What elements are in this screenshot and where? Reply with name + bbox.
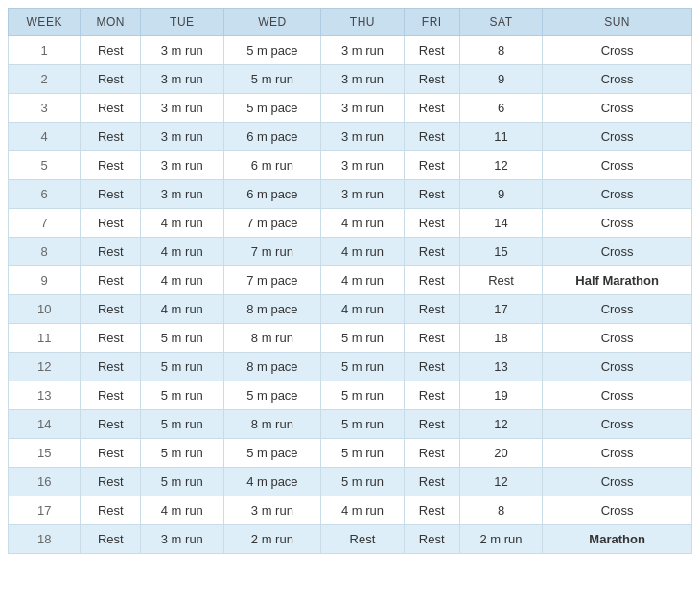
table-cell: Rest: [81, 65, 141, 94]
table-cell: 8 m pace: [223, 295, 321, 324]
table-cell: Rest: [404, 266, 459, 295]
table-cell: Rest: [81, 410, 141, 439]
table-cell: Rest: [404, 439, 459, 468]
table-cell: Rest: [81, 324, 141, 353]
table-cell: 7 m pace: [223, 266, 321, 295]
table-cell: Cross: [543, 36, 692, 65]
table-cell: 4 m run: [321, 496, 404, 525]
table-cell: 5 m run: [321, 381, 404, 410]
table-row: 12Rest5 m run8 m pace5 m runRest13Cross: [9, 353, 692, 381]
table-cell: 4: [9, 123, 81, 151]
table-cell: 13: [9, 381, 81, 410]
table-row: 1Rest3 m run5 m pace3 m runRest8Cross: [9, 36, 692, 65]
table-cell: Cross: [543, 65, 692, 94]
table-cell: Half Marathon: [543, 266, 692, 295]
table-cell: 3: [9, 94, 81, 123]
table-cell: 3 m run: [141, 151, 223, 180]
table-cell: 5 m pace: [223, 94, 321, 123]
table-cell: Rest: [81, 439, 141, 468]
column-header-fri: FRI: [404, 9, 459, 36]
column-header-wed: WED: [223, 9, 321, 36]
table-cell: 12: [459, 410, 542, 439]
table-row: 16Rest5 m run4 m pace5 m runRest12Cross: [9, 468, 692, 496]
table-cell: Cross: [543, 353, 692, 381]
table-cell: 5 m run: [321, 439, 404, 468]
table-row: 13Rest5 m run5 m pace5 m runRest19Cross: [9, 381, 692, 410]
table-cell: 5 m pace: [223, 381, 321, 410]
table-row: 17Rest4 m run3 m run4 m runRest8Cross: [9, 496, 692, 525]
table-cell: 7 m run: [223, 238, 321, 266]
table-cell: 8 m run: [223, 410, 321, 439]
table-cell: 7: [9, 209, 81, 238]
table-cell: 6: [9, 180, 81, 209]
table-cell: Cross: [543, 209, 692, 238]
table-cell: 4 m run: [321, 295, 404, 324]
table-row: 5Rest3 m run6 m run3 m runRest12Cross: [9, 151, 692, 180]
table-cell: 8: [459, 496, 542, 525]
table-cell: 4 m pace: [223, 468, 321, 496]
table-row: 14Rest5 m run8 m run5 m runRest12Cross: [9, 410, 692, 439]
table-cell: Rest: [404, 94, 459, 123]
table-cell: Rest: [81, 496, 141, 525]
table-cell: Rest: [81, 353, 141, 381]
table-cell: 3 m run: [141, 65, 223, 94]
table-cell: 20: [459, 439, 542, 468]
table-cell: 8: [459, 36, 542, 65]
table-cell: Cross: [543, 180, 692, 209]
table-cell: 15: [9, 439, 81, 468]
table-cell: 4 m run: [141, 496, 223, 525]
column-header-mon: MON: [81, 9, 141, 36]
table-row: 9Rest4 m run7 m pace4 m runRestRestHalf …: [9, 266, 692, 295]
table-cell: 5 m run: [141, 381, 223, 410]
table-cell: 5 m run: [141, 410, 223, 439]
table-cell: Cross: [543, 381, 692, 410]
table-cell: 2 m run: [223, 525, 321, 554]
table-cell: Rest: [321, 525, 404, 554]
table-cell: Rest: [81, 238, 141, 266]
column-header-sun: SUN: [543, 9, 692, 36]
table-cell: 5 m run: [321, 410, 404, 439]
table-cell: 14: [9, 410, 81, 439]
table-cell: 5 m pace: [223, 439, 321, 468]
table-cell: Rest: [81, 123, 141, 151]
table-cell: Cross: [543, 94, 692, 123]
table-cell: Cross: [543, 324, 692, 353]
table-cell: 3 m run: [321, 36, 404, 65]
table-cell: Rest: [404, 295, 459, 324]
table-row: 6Rest3 m run6 m pace3 m runRest9Cross: [9, 180, 692, 209]
column-header-tue: TUE: [141, 9, 223, 36]
table-cell: 17: [9, 496, 81, 525]
table-cell: 4 m run: [141, 209, 223, 238]
table-cell: 1: [9, 36, 81, 65]
table-row: 15Rest5 m run5 m pace5 m runRest20Cross: [9, 439, 692, 468]
table-cell: Rest: [81, 295, 141, 324]
table-cell: 3 m run: [321, 123, 404, 151]
table-cell: Rest: [81, 468, 141, 496]
table-cell: 8 m run: [223, 324, 321, 353]
table-cell: 5 m run: [321, 324, 404, 353]
table-cell: 7 m pace: [223, 209, 321, 238]
table-cell: Rest: [404, 468, 459, 496]
column-header-thu: THU: [321, 9, 404, 36]
table-cell: Rest: [404, 353, 459, 381]
table-cell: 4 m run: [141, 266, 223, 295]
table-cell: 2 m run: [459, 525, 542, 554]
table-row: 18Rest3 m run2 m runRestRest2 m runMarat…: [9, 525, 692, 554]
table-row: 4Rest3 m run6 m pace3 m runRest11Cross: [9, 123, 692, 151]
column-header-week: WEEK: [9, 9, 81, 36]
table-cell: 3 m run: [141, 36, 223, 65]
table-cell: Rest: [404, 209, 459, 238]
table-cell: 5: [9, 151, 81, 180]
table-cell: 2: [9, 65, 81, 94]
table-cell: Cross: [543, 439, 692, 468]
table-cell: 6 m pace: [223, 180, 321, 209]
table-cell: 3 m run: [141, 525, 223, 554]
table-cell: 4 m run: [321, 238, 404, 266]
table-cell: 9: [459, 65, 542, 94]
table-cell: 3 m run: [141, 180, 223, 209]
table-cell: Cross: [543, 295, 692, 324]
table-cell: 10: [9, 295, 81, 324]
table-cell: Rest: [81, 180, 141, 209]
table-cell: Rest: [404, 36, 459, 65]
table-cell: 3 m run: [141, 123, 223, 151]
